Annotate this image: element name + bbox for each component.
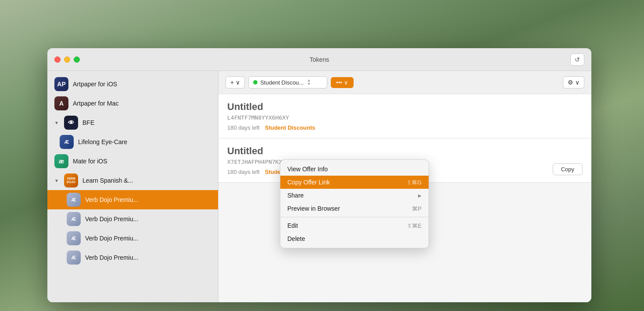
sidebar-item-label-verb-dojo-4: Verb Dojo Premiu... [85,254,138,261]
sidebar-item-mate-ios[interactable]: æ Mate for iOS [47,152,218,171]
menu-shortcut-copy-offer-link: ⇧⌘G [407,179,422,186]
sidebar-item-verb-dojo-2[interactable]: Æ Verb Dojo Premiu... [47,209,218,229]
days-left-1: 180 days left [227,124,260,131]
context-menu: View Offer Info Copy Offer Link ⇧⌘G Shar… [280,159,429,248]
tokens-window: Tokens ↺ AP Artpaper for iOS A Artpaper … [47,48,591,302]
sidebar-item-label-artpaper-ios: Artpaper for iOS [73,81,117,88]
stepper-arrows: ▲ ▼ [307,79,311,86]
menu-label-delete: Delete [287,235,305,242]
active-indicator [253,80,258,85]
app-icon-verb-dojo-4: Æ [67,251,81,265]
token-title-1: Untitled [227,101,583,113]
menu-label-edit: Edit [287,222,298,229]
sidebar: AP Artpaper for iOS A Artpaper for Mac ▼… [47,71,218,302]
menu-item-delete[interactable]: Delete [280,232,429,245]
sidebar-item-label-learn-spanish: Learn Spanish &... [82,177,133,184]
tag-label-1: Student Discounts [265,124,315,131]
add-dropdown-arrow: ∨ [236,79,240,86]
menu-label-view-offer-info: View Offer Info [287,166,328,173]
sidebar-item-label-artpaper-mac: Artpaper for Mac [73,100,118,107]
sidebar-item-verb-dojo-1[interactable]: Æ Verb Dojo Premiu... [47,190,218,209]
menu-shortcut-edit: ⇧⌘E [407,223,422,229]
sidebar-item-label-lifelong: Lifelong Eye-Care [78,138,127,145]
add-button[interactable]: + ∨ [225,76,245,88]
selector-text: Student Discou... [260,79,304,86]
traffic-lights [54,57,80,63]
sidebar-item-bfe[interactable]: ▼ 👁 BFE [47,113,218,132]
more-button[interactable]: ••• ∨ [331,77,354,88]
menu-divider [280,217,429,217]
menu-label-share: Share [287,192,304,199]
sidebar-item-verb-dojo-3[interactable]: Æ Verb Dojo Premiu... [47,229,218,248]
app-icon-verb-dojo-3: Æ [67,231,81,245]
app-icon-artpaper-ios: AP [54,77,68,91]
sidebar-item-artpaper-mac[interactable]: A Artpaper for Mac [47,94,218,113]
window-body: AP Artpaper for iOS A Artpaper for Mac ▼… [47,71,591,302]
menu-arrow-share: ▶ [418,193,422,198]
titlebar: Tokens ↺ [47,48,591,71]
close-button[interactable] [54,57,61,63]
app-icon-learn-spanish: VERBDOJO [64,173,78,187]
sidebar-item-learn-spanish[interactable]: ▼ VERBDOJO Learn Spanish &... [47,171,218,190]
selector-dropdown[interactable]: Student Discou... ▲ ▼ [248,76,327,88]
menu-shortcut-preview-browser: ⌘P [412,205,422,212]
app-icon-artpaper-mac: A [54,96,68,110]
gear-button[interactable]: ⚙ ∨ [563,76,584,88]
sidebar-item-label-verb-dojo-2: Verb Dojo Premiu... [85,216,138,223]
sidebar-item-artpaper-ios[interactable]: AP Artpaper for iOS [47,74,218,94]
menu-item-copy-offer-link[interactable]: Copy Offer Link ⇧⌘G [280,176,429,189]
sidebar-item-verb-dojo-4[interactable]: Æ Verb Dojo Premiu... [47,248,218,267]
sidebar-item-label-verb-dojo-3: Verb Dojo Premiu... [85,235,138,242]
sidebar-item-label-mate-ios: Mate for iOS [73,158,107,165]
copy-button[interactable]: Copy [553,163,583,175]
menu-label-preview-browser: Preview in Browser [287,205,340,212]
toolbar: + ∨ Student Discou... ▲ ▼ ••• ∨ ⚙ [218,71,591,94]
app-icon-verb-dojo-2: Æ [67,212,81,226]
menu-item-edit[interactable]: Edit ⇧⌘E [280,219,429,232]
menu-item-view-offer-info[interactable]: View Offer Info [280,163,429,176]
minimize-button[interactable] [64,57,70,63]
maximize-button[interactable] [74,57,80,63]
menu-label-copy-offer-link: Copy Offer Link [287,179,330,186]
menu-item-share[interactable]: Share ▶ [280,189,429,202]
main-content: + ∨ Student Discou... ▲ ▼ ••• ∨ ⚙ [218,71,591,302]
gear-icon: ⚙ [568,79,573,86]
app-icon-mate: æ [54,154,68,168]
token-meta-1: 180 days left Student Discounts [227,124,583,131]
token-row-1: Untitled L4FNTF7MN8YYX6H6XY 180 days lef… [218,94,591,138]
token-code-1: L4FNTF7MN8YYX6H6XY [227,114,583,121]
disclosure-triangle-learn-spanish: ▼ [54,178,60,183]
sidebar-item-label-bfe: BFE [82,119,94,126]
refresh-icon: ↺ [575,56,580,63]
more-arrow: ∨ [344,79,348,86]
add-icon: + [230,79,234,86]
token-title-2: Untitled [227,145,583,157]
window-title: Tokens [310,56,329,63]
app-icon-lifelong: Æ [60,135,74,149]
gear-dropdown-arrow: ∨ [575,79,580,86]
disclosure-triangle-bfe: ▼ [54,120,60,125]
days-left-2: 180 days left [227,169,260,175]
more-dots: ••• [336,79,342,86]
sidebar-item-lifelong[interactable]: Æ Lifelong Eye-Care [47,132,218,152]
menu-item-preview-browser[interactable]: Preview in Browser ⌘P [280,202,429,215]
app-icon-verb-dojo-1: Æ [67,193,81,207]
sidebar-item-label-verb-dojo-1: Verb Dojo Premiu... [85,196,138,203]
refresh-button[interactable]: ↺ [570,53,584,66]
app-icon-bfe: 👁 [64,116,78,130]
